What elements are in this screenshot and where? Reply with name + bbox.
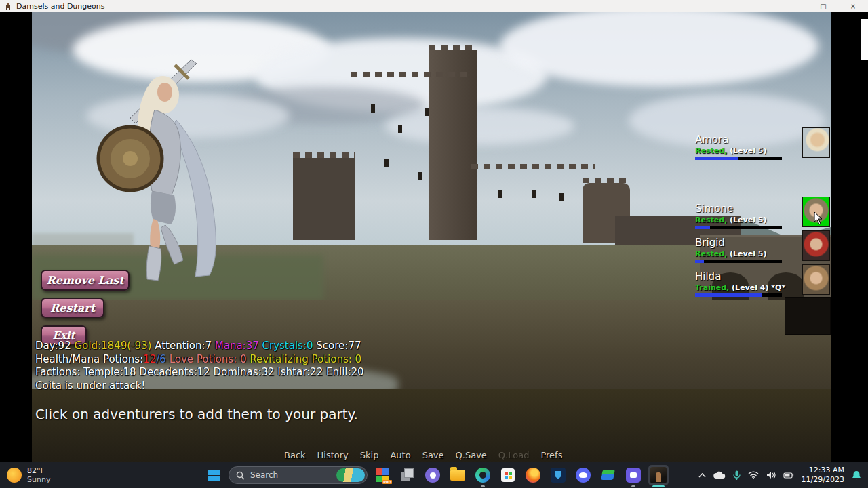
- castle-right-wing: [471, 169, 595, 241]
- taskbar-icon-damsels-and-dungeons[interactable]: [648, 465, 669, 485]
- portrait-brigid[interactable]: [802, 230, 830, 261]
- notification-bell-icon[interactable]: [852, 470, 861, 481]
- bluestacks-icon: [601, 468, 616, 483]
- skip-button[interactable]: Skip: [360, 450, 379, 460]
- restart-button[interactable]: Restart: [41, 298, 104, 318]
- taskbar-icon-discord[interactable]: [573, 465, 593, 485]
- gold-stat: Gold:1849(-93): [74, 340, 151, 352]
- start-button[interactable]: [203, 465, 224, 485]
- weather-widget[interactable]: 82°F Sunny: [0, 466, 203, 484]
- microphone-icon[interactable]: [733, 470, 741, 481]
- qload-button[interactable]: Q.Load: [498, 450, 530, 460]
- search-placeholder: Search: [250, 470, 331, 480]
- wifi-icon[interactable]: [748, 471, 759, 479]
- sun-icon: [7, 468, 22, 483]
- mouse-cursor: [814, 211, 823, 225]
- mana-stat: Mana:37: [215, 340, 259, 352]
- stats-line-1: Day:92 Gold:1849(-93) Attention:7 Mana:3…: [35, 340, 364, 353]
- shield-icon: [551, 468, 566, 483]
- firefox-icon: [526, 468, 540, 483]
- portrait-amora[interactable]: [802, 127, 830, 158]
- chat-icon: [425, 468, 440, 483]
- search-icon: [236, 471, 245, 480]
- taskbar-icon-game-launcher[interactable]: [548, 465, 568, 485]
- game-viewport: Remove Last Restart Exit Day:92 Gold:184…: [32, 12, 831, 462]
- onedrive-cloud-icon[interactable]: [713, 471, 726, 479]
- minimize-button[interactable]: –: [778, 0, 808, 12]
- volume-icon[interactable]: [766, 471, 776, 479]
- taskbar-icon-edge[interactable]: [473, 465, 493, 485]
- stats-line-2: Health/Mana Potions:12/6 Love Potions: 0…: [35, 353, 364, 367]
- quick-menu: Back History Skip Auto Save Q.Save Q.Loa…: [284, 450, 562, 460]
- taskbar-icon-file-explorer[interactable]: [448, 465, 468, 485]
- windows-logo-icon: [208, 470, 220, 481]
- search-highlight-art: [336, 468, 365, 482]
- adventurer-bar: [695, 293, 782, 297]
- photos-pro-icon: PRO: [376, 468, 389, 482]
- windows-taskbar: 82°F Sunny Search PRO: [0, 462, 868, 488]
- stats-block: Day:92 Gold:1849(-93) Attention:7 Mana:3…: [35, 340, 364, 392]
- taskbar-icon-task-view[interactable]: [397, 465, 418, 485]
- health-potions-count: 12: [143, 353, 156, 365]
- tray-chevron-icon[interactable]: [698, 473, 706, 478]
- portrait-hilda[interactable]: [802, 264, 830, 295]
- remove-last-button[interactable]: Remove Last: [41, 270, 130, 291]
- close-button[interactable]: ×: [838, 0, 868, 12]
- app-icon: [4, 2, 12, 10]
- battery-icon[interactable]: [783, 472, 794, 479]
- crystals-stat: Crystals:0: [262, 340, 313, 352]
- stacked-windows-icon: [401, 468, 414, 482]
- attack-alert: Coita is under attack!: [35, 380, 364, 393]
- weather-temp: 82°F: [27, 466, 50, 475]
- taskbar-icon-photos-pro[interactable]: PRO: [372, 465, 393, 485]
- store-icon: [501, 468, 515, 482]
- adventurer-bar: [695, 157, 782, 160]
- adventurer-bar: [695, 226, 782, 229]
- warrior-character-art: [95, 56, 237, 286]
- taskbar-clock[interactable]: 12:33 AM 11/29/2023: [802, 466, 844, 485]
- mana-potions-count: /6: [156, 353, 166, 365]
- auto-button[interactable]: Auto: [390, 450, 410, 460]
- prefs-button[interactable]: Prefs: [540, 450, 562, 460]
- adventurer-bar: [695, 260, 782, 263]
- back-button[interactable]: Back: [284, 450, 306, 460]
- revitalizing-potions-stat: Revitalizing Potions: 0: [250, 353, 361, 365]
- window-titlebar: Damsels and Dungeons – □ ×: [0, 0, 868, 12]
- taskbar-icon-firefox[interactable]: [523, 465, 543, 485]
- weather-condition: Sunny: [27, 475, 50, 484]
- castle-keep: [351, 77, 473, 240]
- background-window-edge: [861, 19, 868, 60]
- taskbar-icon-chat[interactable]: [422, 465, 443, 485]
- stats-line-factions: Factions: Temple:18 Decadents:12 Dominas…: [35, 366, 364, 380]
- save-button[interactable]: Save: [422, 450, 444, 460]
- discord-icon: [576, 468, 591, 483]
- taskbar-icon-microsoft-store[interactable]: [498, 465, 518, 485]
- taskbar-search[interactable]: Search: [229, 466, 368, 484]
- clock-date: 11/29/2023: [802, 475, 844, 485]
- party-instruction-text: Click on adventurers to add them to your…: [35, 406, 358, 422]
- castle-left-wing: [293, 158, 355, 240]
- taskbar-icon-bluestacks[interactable]: [598, 465, 618, 485]
- game-app-icon: [650, 467, 667, 483]
- folder-icon: [450, 470, 465, 481]
- edge-icon: [475, 468, 490, 483]
- history-button[interactable]: History: [317, 450, 349, 460]
- clock-time: 12:33 AM: [802, 466, 844, 475]
- maximize-button[interactable]: □: [808, 0, 838, 12]
- qsave-button[interactable]: Q.Save: [456, 450, 487, 460]
- love-potions-stat: Love Potions: 0: [170, 353, 247, 365]
- camera-icon: [626, 468, 641, 483]
- taskbar-icon-clipchamp[interactable]: [623, 465, 644, 485]
- window-title: Damsels and Dungeons: [16, 2, 105, 11]
- empty-roster-slot: [785, 297, 831, 335]
